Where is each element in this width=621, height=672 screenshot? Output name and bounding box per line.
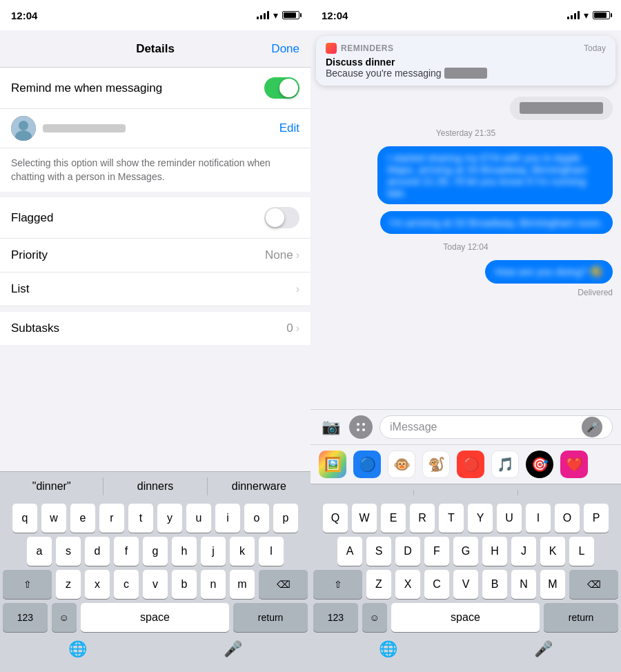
edit-button[interactable]: Edit xyxy=(279,121,299,135)
right-autocomplete-3[interactable] xyxy=(518,490,621,495)
key-Q[interactable]: Q xyxy=(323,504,348,533)
key-U[interactable]: U xyxy=(497,504,522,533)
key-Z[interactable]: Z xyxy=(366,570,391,599)
globe-icon[interactable]: 🌐 xyxy=(68,640,87,658)
key-J[interactable]: J xyxy=(511,537,536,566)
key-u[interactable]: u xyxy=(186,504,211,533)
right-emoji-key[interactable]: ☺ xyxy=(362,603,387,632)
key-c[interactable]: c xyxy=(114,570,139,599)
key-O[interactable]: O xyxy=(555,504,580,533)
appstore-icon[interactable]: 🔵 xyxy=(353,451,381,478)
key-x[interactable]: x xyxy=(85,570,110,599)
key-k[interactable]: k xyxy=(230,537,255,566)
key-V[interactable]: V xyxy=(453,570,478,599)
flagged-row[interactable]: Flagged xyxy=(0,197,310,239)
contact-row[interactable]: Edit xyxy=(0,109,310,148)
key-o[interactable]: o xyxy=(244,504,269,533)
camera-button[interactable]: 📷 xyxy=(319,415,342,439)
key-S[interactable]: S xyxy=(366,537,391,566)
key-R[interactable]: R xyxy=(410,504,435,533)
key-N[interactable]: N xyxy=(511,570,536,599)
microphone-icon[interactable]: 🎤 xyxy=(224,640,242,658)
right-delete-key[interactable]: ⌫ xyxy=(569,570,618,599)
key-B[interactable]: B xyxy=(482,570,507,599)
key-T[interactable]: T xyxy=(439,504,464,533)
key-p[interactable]: p xyxy=(273,504,298,533)
key-F[interactable]: F xyxy=(424,537,449,566)
key-W[interactable]: W xyxy=(352,504,377,533)
subtasks-row[interactable]: Subtasks 0 › xyxy=(0,312,310,345)
priority-row[interactable]: Priority None › xyxy=(0,239,310,273)
key-s[interactable]: s xyxy=(56,537,81,566)
key-g[interactable]: g xyxy=(143,537,168,566)
key-X[interactable]: X xyxy=(395,570,420,599)
music-icon[interactable]: 🎵 xyxy=(491,451,519,478)
key-K[interactable]: K xyxy=(540,537,565,566)
key-q[interactable]: q xyxy=(12,504,37,533)
key-A[interactable]: A xyxy=(337,537,362,566)
search-app-icon[interactable]: 🔴 xyxy=(457,451,484,478)
list-row[interactable]: List › xyxy=(0,273,310,306)
right-microphone-icon[interactable]: 🎤 xyxy=(534,640,553,658)
right-autocomplete-2[interactable] xyxy=(414,490,518,495)
key-I[interactable]: I xyxy=(526,504,551,533)
delete-key[interactable]: ⌫ xyxy=(259,570,308,599)
key-P[interactable]: P xyxy=(584,504,609,533)
key-h[interactable]: h xyxy=(172,537,197,566)
imessage-input[interactable]: iMessage 🎤 xyxy=(379,415,613,439)
done-button[interactable]: Done xyxy=(271,42,299,56)
key-y[interactable]: y xyxy=(157,504,182,533)
shift-key[interactable]: ⇧ xyxy=(3,570,52,599)
autocomplete-dinnerware[interactable]: dinnerware xyxy=(208,477,310,495)
flagged-toggle[interactable] xyxy=(264,207,299,228)
blurred-bubble-top xyxy=(510,97,613,120)
key-t[interactable]: t xyxy=(128,504,153,533)
right-numbers-key[interactable]: 123 xyxy=(313,603,358,632)
key-z[interactable]: z xyxy=(56,570,81,599)
key-a[interactable]: a xyxy=(27,537,52,566)
heart-icon[interactable]: ❤️ xyxy=(560,451,588,478)
right-space-key[interactable]: space xyxy=(391,603,540,632)
memoji-icon[interactable]: 🐵 xyxy=(388,451,415,478)
space-key[interactable]: space xyxy=(81,603,230,632)
apps-button[interactable] xyxy=(349,415,373,439)
right-autocomplete-1[interactable] xyxy=(310,490,414,495)
key-l[interactable]: l xyxy=(259,537,284,566)
chat-area[interactable]: Yesterday 21:35 I started sharing my ETA… xyxy=(310,91,621,409)
key-n[interactable]: n xyxy=(201,570,226,599)
monkey-icon[interactable]: 🐒 xyxy=(422,451,450,478)
return-key[interactable]: return xyxy=(233,603,308,632)
key-w[interactable]: w xyxy=(41,504,66,533)
right-shift-key[interactable]: ⇧ xyxy=(313,570,362,599)
key-v[interactable]: v xyxy=(143,570,168,599)
autocomplete-dinners[interactable]: dinners xyxy=(103,477,207,495)
remind-toggle[interactable] xyxy=(264,77,299,99)
right-return-key[interactable]: return xyxy=(544,603,618,632)
key-m[interactable]: m xyxy=(230,570,255,599)
key-f[interactable]: f xyxy=(114,537,139,566)
key-E[interactable]: E xyxy=(381,504,406,533)
numbers-key[interactable]: 123 xyxy=(3,603,48,632)
key-e[interactable]: e xyxy=(70,504,95,533)
key-L[interactable]: L xyxy=(569,537,594,566)
key-M[interactable]: M xyxy=(540,570,565,599)
audio-button[interactable]: 🎤 xyxy=(582,417,602,437)
emoji-key[interactable]: ☺ xyxy=(52,603,77,632)
remind-when-messaging-row[interactable]: Remind me when messaging xyxy=(0,68,310,109)
key-H[interactable]: H xyxy=(482,537,507,566)
key-Y[interactable]: Y xyxy=(468,504,493,533)
activity-icon[interactable]: 🎯 xyxy=(526,451,553,478)
key-b[interactable]: b xyxy=(172,570,197,599)
key-d[interactable]: d xyxy=(85,537,110,566)
key-r[interactable]: r xyxy=(99,504,124,533)
autocomplete-dinner-quoted[interactable]: "dinner" xyxy=(0,477,103,495)
notification-banner[interactable]: REMINDERS Today Discuss dinner Because y… xyxy=(316,36,615,86)
key-j[interactable]: j xyxy=(201,537,226,566)
key-D[interactable]: D xyxy=(395,537,420,566)
key-i[interactable]: i xyxy=(215,504,240,533)
notif-header: REMINDERS Today xyxy=(326,43,606,54)
right-globe-icon[interactable]: 🌐 xyxy=(379,640,397,658)
key-C[interactable]: C xyxy=(424,570,449,599)
key-G[interactable]: G xyxy=(453,537,478,566)
photos-icon[interactable]: 🖼️ xyxy=(319,451,346,478)
